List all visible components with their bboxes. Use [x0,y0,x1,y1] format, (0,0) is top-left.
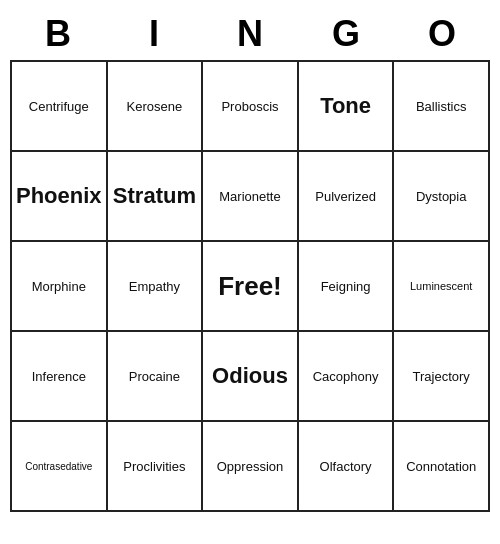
bingo-header: BINGO [10,8,490,60]
bingo-cell-4-3: Olfactory [299,422,395,512]
bingo-cell-3-0: Inference [12,332,108,422]
bingo-cell-1-4: Dystopia [394,152,490,242]
bingo-cell-3-3: Cacophony [299,332,395,422]
bingo-cell-3-4: Trajectory [394,332,490,422]
bingo-cell-1-0: Phoenix [12,152,108,242]
bingo-cell-0-3: Tone [299,62,395,152]
bingo-cell-0-1: Kerosene [108,62,204,152]
bingo-card: BINGO CentrifugeKeroseneProboscisToneBal… [10,8,490,512]
bingo-cell-4-1: Proclivities [108,422,204,512]
header-letter: I [106,8,202,60]
header-letter: O [394,8,490,60]
bingo-cell-2-2: Free! [203,242,299,332]
bingo-cell-2-0: Morphine [12,242,108,332]
bingo-cell-0-0: Centrifuge [12,62,108,152]
bingo-cell-4-4: Connotation [394,422,490,512]
bingo-cell-4-2: Oppression [203,422,299,512]
bingo-cell-2-3: Feigning [299,242,395,332]
bingo-cell-1-2: Marionette [203,152,299,242]
bingo-cell-0-2: Proboscis [203,62,299,152]
bingo-cell-1-1: Stratum [108,152,204,242]
bingo-cell-0-4: Ballistics [394,62,490,152]
bingo-cell-3-2: Odious [203,332,299,422]
bingo-cell-1-3: Pulverized [299,152,395,242]
bingo-cell-4-0: Contrasedative [12,422,108,512]
header-letter: G [298,8,394,60]
header-letter: N [202,8,298,60]
bingo-cell-2-1: Empathy [108,242,204,332]
bingo-cell-3-1: Procaine [108,332,204,422]
header-letter: B [10,8,106,60]
bingo-cell-2-4: Luminescent [394,242,490,332]
bingo-grid: CentrifugeKeroseneProboscisToneBallistic… [10,60,490,512]
